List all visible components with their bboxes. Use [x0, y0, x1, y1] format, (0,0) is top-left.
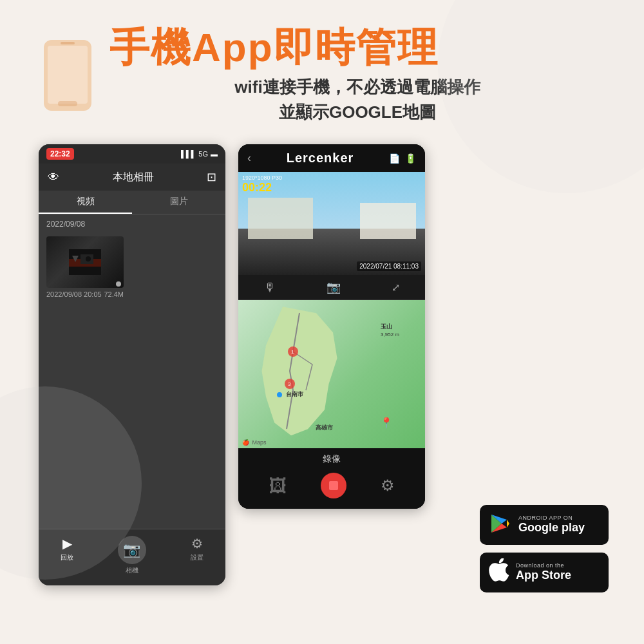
- svg-rect-3: [58, 101, 77, 106]
- location-pin: 📍: [380, 417, 393, 429]
- video-thumbnail[interactable]: [46, 236, 124, 288]
- right-top-bar: ‹ Lercenker 📄 🔋: [238, 144, 425, 172]
- tainan-label: 台南市: [277, 390, 303, 399]
- map-area: 1 3 玉山 3,952 m 台南市 高雄市 📍: [238, 300, 425, 448]
- dashcam-view: 1920*1080 P30 00:22 2022/07/21 08:11:03: [238, 172, 425, 275]
- google-play-badge[interactable]: ANDROID APP ON Google play: [480, 505, 609, 545]
- cast-icon: ⊡: [207, 170, 216, 184]
- rec-stop-button[interactable]: [321, 473, 346, 498]
- yushan-label: 玉山 3,952 m: [381, 323, 399, 337]
- apple-badge-big-text: App Store: [516, 569, 571, 583]
- apple-svg: [489, 558, 509, 582]
- video-size: 72.4M: [104, 290, 124, 298]
- tab-photo[interactable]: 圖片: [132, 191, 225, 214]
- apple-icon: [489, 558, 509, 587]
- status-time: 22:32: [46, 148, 74, 160]
- camera-icon: 📷: [123, 542, 140, 558]
- video-thumb-inner: [46, 236, 124, 288]
- recording-controls: 🖼 ⚙: [238, 470, 425, 506]
- fullscreen-icon[interactable]: ⤢: [392, 281, 400, 294]
- maps-watermark: 🍎 Maps: [242, 439, 267, 446]
- svg-rect-2: [61, 42, 75, 44]
- building-1: [248, 198, 314, 239]
- top-right-icons: 📄 🔋: [389, 153, 416, 164]
- status-icons: ▌▌▌ 5G ▬: [181, 150, 218, 158]
- phone-icon: [39, 37, 97, 114]
- brand-title: Lercenker: [287, 151, 354, 166]
- stop-square: [329, 481, 338, 490]
- google-play-svg: [489, 512, 512, 535]
- cam-date-overlay: 2022/07/21 08:11:03: [357, 261, 421, 271]
- building-2: [360, 203, 416, 239]
- google-badge-small-text: ANDROID APP ON: [518, 515, 585, 521]
- tab-bar[interactable]: 視頻 圖片: [39, 191, 225, 214]
- battery-icon: ▬: [211, 150, 218, 158]
- google-play-icon: [489, 512, 512, 538]
- apple-badge-text: Download on the App Store: [516, 562, 571, 583]
- apple-badge-small-text: Download on the: [516, 562, 571, 569]
- svg-text:3: 3: [288, 381, 291, 387]
- rec-settings-icon[interactable]: ⚙: [381, 477, 395, 495]
- video-info: 2022/09/08 20:05 72.4M: [46, 290, 124, 298]
- battery-right-icon: 🔋: [405, 153, 416, 164]
- nav-label-2: 相機: [126, 566, 138, 575]
- nav-settings[interactable]: ⚙ 設置: [191, 536, 204, 575]
- svg-marker-16: [507, 520, 509, 527]
- tainan-dot: [277, 392, 282, 397]
- google-badge-big-text: Google play: [518, 521, 585, 535]
- store-badges: ANDROID APP ON Google play Download on t…: [480, 505, 609, 592]
- cam-resolution: 1920*1080 P30: [242, 175, 282, 181]
- gallery-icon[interactable]: 🖼: [269, 475, 287, 497]
- phone-svg-icon: [39, 37, 97, 114]
- phone-header-bar: 👁 本地相冊 ⊡: [39, 164, 225, 191]
- cam-timer: 00:22: [242, 181, 282, 194]
- google-play-text: ANDROID APP ON Google play: [518, 515, 585, 535]
- video-thumbnail-area: 2022/09/08 20:05 72.4M: [39, 234, 225, 303]
- svg-rect-1: [48, 46, 88, 104]
- signal-type: 5G: [198, 150, 208, 158]
- tab-video[interactable]: 視頻: [39, 191, 132, 214]
- map-background: 1 3 玉山 3,952 m 台南市 高雄市 📍: [238, 300, 425, 448]
- mic-icon[interactable]: 🎙: [264, 281, 276, 294]
- svg-text:1: 1: [291, 349, 294, 355]
- nav-camera[interactable]: 📷 相機: [118, 536, 146, 575]
- recording-section: 錄像 🖼 ⚙: [238, 448, 425, 509]
- video-preview-svg: [69, 249, 101, 275]
- recording-label: 錄像: [238, 453, 425, 465]
- app-store-badge[interactable]: Download on the App Store: [480, 553, 609, 592]
- cam-overlay-info: 1920*1080 P30 00:22: [242, 175, 282, 194]
- status-bar: 22:32 ▌▌▌ 5G ▬: [39, 144, 225, 164]
- right-control-bar: 🎙 📷 ⤢: [238, 275, 425, 300]
- svg-point-8: [86, 256, 91, 261]
- date-label: 2022/09/08: [39, 214, 225, 234]
- signal-bars: ▌▌▌: [181, 150, 196, 158]
- settings-icon: ⚙: [191, 536, 203, 551]
- video-timestamp: 2022/09/08 20:05: [46, 290, 102, 298]
- camera-snap-icon[interactable]: 📷: [327, 280, 341, 294]
- eye-icon: 👁: [48, 171, 59, 184]
- kaohsiung-label: 高雄市: [316, 424, 333, 432]
- file-icon: 📄: [389, 153, 400, 164]
- back-arrow[interactable]: ‹: [247, 151, 251, 165]
- right-phone-screen: ‹ Lercenker 📄 🔋 1920*1080 P30 00:22 2022…: [238, 144, 425, 509]
- nav-label-3: 設置: [191, 553, 204, 562]
- phone-title: 本地相冊: [113, 171, 154, 184]
- sub-line2: 並顯示GOOGLE地圖: [279, 102, 436, 122]
